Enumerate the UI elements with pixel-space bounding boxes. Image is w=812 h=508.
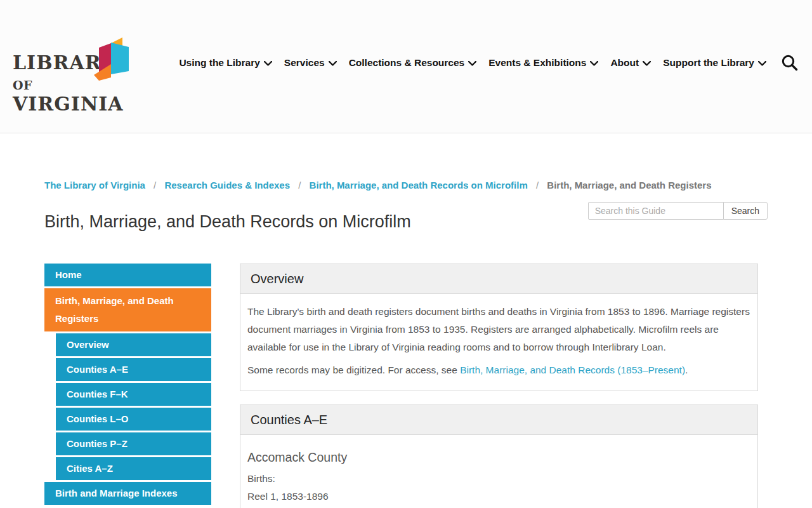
chevron-down-icon (264, 61, 272, 66)
sidebar-item-counties-l-o[interactable]: Counties L–O (56, 408, 211, 431)
section-overview: Overview The Library's birth and death r… (240, 264, 758, 391)
breadcrumb-separator: / (154, 180, 156, 190)
breadcrumb-current: Birth, Marriage, and Death Registers (547, 180, 711, 190)
chevron-down-icon (329, 61, 337, 66)
sidebar-item-home[interactable]: Home (44, 264, 211, 286)
breadcrumb-link-library-of-virginia[interactable]: The Library of Virginia (44, 180, 145, 190)
nav-item-label: Collections & Resources (349, 57, 465, 69)
sidebar-item-counties-a-e[interactable]: Counties A–E (56, 358, 211, 381)
section-overview-body: The Library's birth and death registers … (240, 294, 757, 391)
guide-search-input[interactable] (588, 202, 724, 220)
nav-item-label: Support the Library (663, 57, 754, 69)
overview-paragraph-2-text: Some records may be digitized. For acces… (247, 364, 460, 375)
nav-item-label: Events & Exhibitions (488, 57, 586, 69)
sidebar-item-cities-a-z[interactable]: Cities A–Z (56, 457, 211, 480)
nav-item-support-the-library[interactable]: Support the Library (663, 57, 766, 69)
nav-item-collections-resources[interactable]: Collections & Resources (349, 57, 477, 69)
sidebar-item-counties-f-k[interactable]: Counties F–K (56, 383, 211, 406)
chevron-down-icon (590, 61, 598, 66)
guide-search-submit-button[interactable]: Search (723, 202, 768, 220)
sidebar-item-birth-marriage-death-registers[interactable]: Birth, Marriage, and Death Registers (44, 288, 211, 331)
breadcrumb-separator: / (536, 180, 539, 190)
breadcrumb-link-research-guides[interactable]: Research Guides & Indexes (164, 180, 290, 190)
sidebar-item-birth-and-marriage-indexes[interactable]: Birth and Marriage Indexes (44, 482, 211, 505)
chevron-down-icon (758, 61, 766, 66)
breadcrumb-separator: / (298, 180, 301, 190)
section-counties-a-e: Counties A–E Accomack County Births: Ree… (240, 404, 758, 508)
page: LIBRARY OF VIRGINIA Using the Library Se… (0, 0, 812, 508)
county-subheading-accomack: Accomack County (247, 450, 750, 465)
nav-item-label: About (610, 57, 639, 69)
nav-item-label: Services (284, 57, 325, 69)
main-content: Overview The Library's birth and death r… (240, 264, 758, 508)
site-header: LIBRARY OF VIRGINIA Using the Library Se… (0, 0, 812, 133)
primary-nav: Using the Library Services Collections &… (179, 54, 798, 71)
nav-item-events-exhibitions[interactable]: Events & Exhibitions (488, 57, 598, 69)
overview-paragraph-2-period: . (685, 364, 688, 375)
overview-paragraph-2: Some records may be digitized. For acces… (247, 361, 750, 379)
breadcrumb: The Library of Virginia / Research Guide… (44, 180, 712, 190)
guide-search: Search (588, 202, 768, 220)
open-book-icon (93, 37, 130, 81)
section-overview-header: Overview (240, 264, 757, 294)
reel-entry: Reel 1, 1853-1896 (247, 488, 750, 505)
sidebar-item-counties-p-z[interactable]: Counties P–Z (56, 432, 211, 455)
births-label: Births: (247, 470, 750, 488)
section-counties-a-e-body: Accomack County Births: Reel 1, 1853-189… (240, 435, 757, 508)
nav-item-using-the-library[interactable]: Using the Library (179, 57, 272, 69)
library-of-virginia-logo[interactable]: LIBRARY OF VIRGINIA (13, 38, 146, 93)
nav-item-services[interactable]: Services (284, 57, 337, 69)
section-counties-a-e-header: Counties A–E (240, 405, 757, 435)
search-icon (781, 54, 798, 71)
overview-paragraph-1: The Library's birth and death registers … (247, 303, 750, 356)
guide-sidebar: Home Birth, Marriage, and Death Register… (44, 264, 211, 507)
chevron-down-icon (468, 61, 476, 66)
breadcrumb-link-records-on-microfilm[interactable]: Birth, Marriage, and Death Records on Mi… (310, 180, 528, 190)
birth-marriage-death-records-link[interactable]: Birth, Marriage, and Death Records (1853… (460, 364, 685, 375)
page-title: Birth, Marriage, and Death Records on Mi… (44, 212, 411, 232)
chevron-down-icon (643, 61, 651, 66)
sidebar-item-overview[interactable]: Overview (56, 333, 211, 356)
nav-item-about[interactable]: About (610, 57, 651, 69)
nav-item-label: Using the Library (179, 57, 259, 69)
site-search-button[interactable] (781, 54, 798, 71)
